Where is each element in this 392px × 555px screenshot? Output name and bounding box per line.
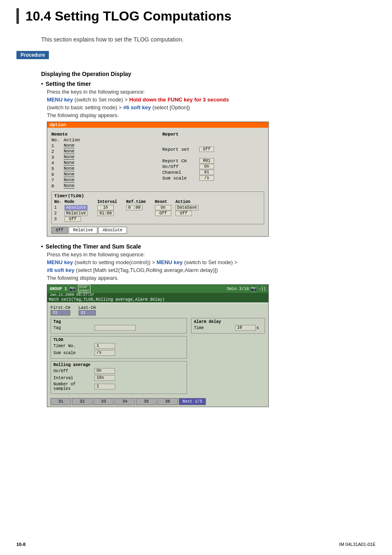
camera-icon2: 📷 [251, 286, 257, 292]
tlog-section: TLOG Timer No. 1 Sum scale /s [51, 336, 187, 359]
last-ch-label: Last-CH [78, 306, 96, 310]
instr2-sep3: (select [Option]) [151, 104, 190, 111]
channel-row: Channel 01 [162, 170, 264, 175]
remote-row-7: 7 None [51, 177, 158, 183]
time-label: Time [194, 326, 235, 330]
sum-scale-label2: Sum scale [53, 351, 95, 355]
disp-label: DISP [79, 285, 89, 289]
sum-scale-value: /s [199, 175, 214, 181]
rolling-interval: Interval 10s [53, 375, 184, 381]
menu-key3: MENU key [157, 259, 183, 265]
group-screen: GROUP 1 📷 DISP EVENT 5min 3/16 📷 →)) Jan… [47, 284, 269, 407]
tag-section: Tag Tag [51, 318, 187, 334]
action-header: Action [64, 138, 129, 143]
status-count: 5min 3/16 [227, 287, 249, 291]
bullet1: • Setting the timer [41, 81, 376, 87]
timer-tlog-section: Timer(TLOG) No. Mode Interval Ref.time R… [51, 191, 264, 224]
num-samples-label: Number of samples [53, 382, 95, 391]
bullet-dot-2: • [41, 243, 43, 250]
first-ch-label: First-CH [51, 306, 70, 310]
bullet2-label: Selecting the Timer and Sum Scale [46, 243, 141, 250]
ch-btn-32[interactable]: 32 [72, 398, 92, 405]
report-set-value: Off [199, 147, 214, 152]
option-screen-title: Option [47, 122, 268, 128]
num-samples-val: 1 [95, 384, 115, 389]
ch-btn-33[interactable]: 33 [93, 398, 114, 405]
softkey8-text: #8 soft key [47, 267, 74, 273]
instr5-sep2: (switch to Set mode) > [183, 259, 238, 265]
remote-row-3: 3 None [51, 154, 158, 160]
sum-scale-field: Sum scale /s [53, 350, 184, 356]
instr4-text: Press the keys in the following sequence… [47, 251, 376, 258]
tag-value [95, 325, 136, 331]
func-key-text: Hold down the FUNC key for 3 seconds [129, 97, 229, 103]
footer-left: 10-8 [16, 542, 25, 547]
timer-row-2: 2 Relative 01:00 Off Off [54, 211, 261, 216]
timer-action-header: Action [175, 200, 200, 204]
instr2-text: MENU key (switch to Set mode) > Hold dow… [47, 97, 376, 103]
display-appears-1: The following display appears. [47, 112, 376, 118]
sum-scale-val: /s [95, 350, 115, 356]
on-off-row: On/Off On [162, 164, 264, 169]
bullet1-label: Setting the timer [46, 81, 91, 87]
date-text: Jan.11.2000 00:27:37 [50, 293, 94, 297]
remote-label: Remote [51, 132, 158, 137]
report-label: Report [162, 132, 264, 137]
ch-btn-31[interactable]: 31 [51, 398, 71, 405]
report-ch-row: Report CH R01 [162, 158, 264, 164]
remote-row-8: 8 None [51, 183, 158, 189]
report-set-label: Report set [162, 147, 199, 152]
group-main: Tag Tag TLOG Timer No. 1 [51, 318, 265, 396]
instr5-sep3: (select [Math set2(Tag,TLOG,Rolling aver… [74, 267, 218, 273]
remote-row-2: 2 None [51, 149, 158, 154]
no-header: No. [51, 138, 64, 143]
alarm-delay-label: Alarm delay [194, 320, 262, 324]
instr2-sep1: (switch to Set mode) > [73, 97, 129, 103]
channel-label: Channel [162, 170, 199, 175]
timer-no-field: Timer No. 1 [53, 343, 184, 349]
subsection1-title: Displaying the Operation Display [41, 71, 376, 77]
remote-row-6: 6 None [51, 172, 158, 177]
timer-reftime-header: Ref.time [126, 200, 155, 204]
on-off-value: On [199, 164, 214, 169]
ch-btn-34[interactable]: 34 [115, 398, 135, 405]
channel-value: 01 [199, 170, 214, 175]
instr5-text: MENU key (switch to setting mode(control… [47, 259, 376, 265]
rolling-num-samples: Number of samples 1 [53, 382, 184, 391]
bullet2: • Selecting the Timer and Sum Scale [41, 243, 376, 250]
timer-row-1: 1 Absolute 1h 0 :00 On DataSave [54, 205, 261, 210]
time-value: 10 [235, 325, 256, 331]
timer-tlog-label: Timer(TLOG) [54, 193, 261, 198]
report-set-row: Report set Off [162, 147, 264, 152]
rolling-interval-label: Interval [53, 376, 95, 380]
timer-no-header: No. [54, 200, 65, 204]
last-ch-value: 31 [78, 310, 96, 315]
group-bottom-bar: 31 32 33 34 35 36 Next 1/5 [51, 398, 265, 405]
camera-icon: 📷 [69, 286, 76, 292]
intro-text: This section explains how to set the TLO… [41, 36, 376, 43]
softkey-off[interactable]: Off [51, 227, 68, 234]
next-icon: →)) [258, 287, 266, 291]
rolling-interval-val: 10s [95, 375, 115, 381]
alarm-delay-section: Alarm delay Time 10 s [191, 318, 265, 334]
group-right: Alarm delay Time 10 s [191, 318, 265, 396]
instr5b-text: #8 soft key (select [Math set2(Tag,TLOG,… [47, 267, 376, 273]
timer-reset-header: Reset [155, 200, 175, 204]
group-inner: First-CH 31 Last-CH 31 Tag [47, 304, 268, 407]
timer-no-val: 1 [95, 343, 115, 349]
ch-btn-35[interactable]: 35 [136, 398, 157, 405]
remote-row-5: 5 None [51, 166, 158, 171]
report-ch-label: Report CH [162, 159, 199, 164]
tag-field-row: Tag [53, 325, 184, 331]
softkey-relative[interactable]: Relative [69, 227, 97, 234]
softkey-absolute[interactable]: Absolute [98, 227, 127, 234]
procedure-badge: Procedure [16, 51, 49, 59]
timer-no-label2: Timer No. [53, 344, 95, 348]
instr2-sep2: (switch to basic setting mode) > [47, 104, 123, 111]
remote-row-1: 1 None [51, 143, 158, 148]
ch-btn-36[interactable]: 36 [157, 398, 178, 405]
footer-right: IM 04L31A01-01E [339, 542, 376, 547]
date-bar: Jan.11.2000 00:27:37 [47, 293, 268, 297]
tag-label: Tag [53, 326, 95, 330]
next-btn[interactable]: Next 1/5 [179, 398, 206, 405]
